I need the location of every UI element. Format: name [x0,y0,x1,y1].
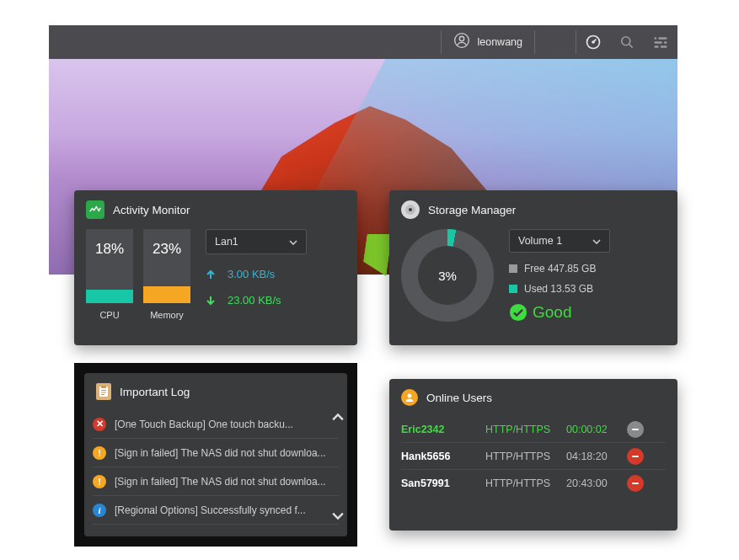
legend-free: Free 447.85 GB [509,263,666,275]
online-user-time: 04:18:20 [566,451,627,462]
log-scroll-down[interactable] [332,509,344,525]
volume-select[interactable]: Volume 1 [509,229,610,253]
upload-rate: 3.00 KB/s [206,268,345,280]
online-user-row: Eric2342HTTP/HTTPS00:00:02 [401,416,666,443]
important-log-header: Important Log [84,373,347,410]
settings-button[interactable] [644,25,677,59]
online-users-header: Online Users [389,379,677,416]
svg-rect-16 [101,390,106,391]
memory-meter: 23% Memory [143,229,190,320]
online-user-time: 20:43:00 [566,477,627,489]
online-users-widget: Online Users Eric2342HTTP/HTTPS00:00:02H… [389,379,677,531]
log-scroll-up[interactable] [332,412,344,427]
interface-select[interactable]: Lan1 [206,229,307,254]
log-text: [Sign in failed] The NAS did not shut do… [115,476,339,488]
storage-used-percent: 3% [418,246,477,305]
storage-manager-title: Storage Manager [428,204,516,216]
online-user-proto: HTTP/HTTPS [485,424,566,435]
log-text: [Regional Options] Successfully synced f… [115,504,339,516]
disconnect-button[interactable] [627,448,644,465]
clipboard-icon [96,383,111,400]
cpu-percent: 18% [86,241,133,258]
svg-rect-9 [662,40,665,44]
cpu-label: CPU [99,310,119,320]
user-menu[interactable]: leonwang [442,32,534,52]
online-user-row: Hank5656HTTP/HTTPS04:18:20 [401,443,666,470]
dashboard-button[interactable] [576,25,610,59]
activity-monitor-title: Activity Monitor [113,204,190,216]
memory-percent: 23% [143,241,190,258]
log-row[interactable]: ✕[One Touch Backup] One touch backu... [93,410,339,439]
svg-rect-15 [101,386,106,388]
info-icon: i [93,504,106,517]
online-user-name: Eric2342 [401,424,485,435]
important-log-title: Important Log [120,386,190,398]
volume-value: Volume 1 [518,235,562,247]
warn-icon: ! [93,475,106,488]
svg-rect-18 [101,394,104,395]
users-icon [401,389,418,406]
user-icon [453,32,470,52]
top-bar: leonwang [49,25,677,59]
err-icon: ✕ [93,418,106,431]
online-user-proto: HTTP/HTTPS [485,477,566,489]
important-log-widget: Important Log ✕[One Touch Backup] One to… [84,373,347,536]
log-row[interactable]: ![Sign in failed] The NAS did not shut d… [93,467,339,496]
storage-manager-header: Storage Manager [389,190,677,229]
svg-point-19 [408,394,412,398]
interface-value: Lan1 [215,236,238,248]
online-user-name: Hank5656 [401,451,485,462]
online-user-row: San57991HTTP/HTTPS20:43:00 [401,470,666,497]
cpu-meter: 18% CPU [86,229,133,320]
log-row[interactable]: i[Regional Options] Successfully synced … [93,496,339,525]
disconnect-button[interactable] [627,475,644,492]
activity-monitor-widget: Activity Monitor 18% CPU 23% Memory Lan1 [74,190,357,345]
chevron-down-icon [289,236,297,248]
download-rate: 23.00 KB/s [206,294,345,307]
svg-rect-5 [655,37,667,40]
warn-icon: ! [93,446,106,460]
log-row[interactable]: ![Sign in failed] The NAS did not shut d… [93,439,339,467]
activity-icon [86,200,104,219]
svg-rect-8 [656,36,659,40]
svg-point-13 [510,304,527,321]
memory-label: Memory [150,310,184,320]
svg-point-12 [409,208,412,211]
online-user-name: San57991 [401,477,485,489]
username: leonwang [477,36,522,48]
check-circle-icon [509,303,527,322]
chevron-down-icon [592,235,601,247]
online-user-proto: HTTP/HTTPS [485,451,566,462]
svg-point-4 [622,37,630,45]
online-users-title: Online Users [426,392,492,404]
search-button[interactable] [610,25,644,59]
storage-icon [401,200,420,219]
svg-rect-17 [101,392,106,393]
legend-used: Used 13.53 GB [509,283,666,295]
important-log-wrap: Important Log ✕[One Touch Backup] One to… [74,363,357,547]
storage-manager-widget: Storage Manager 3% Volume 1 Free 447.85 … [389,190,677,345]
activity-monitor-header: Activity Monitor [74,190,357,229]
storage-status: Good [509,303,666,322]
log-text: [One Touch Backup] One touch backu... [115,419,339,430]
disconnect-button[interactable] [627,421,644,438]
online-user-time: 00:00:02 [566,424,627,435]
svg-rect-6 [655,41,667,44]
storage-donut: 3% [401,229,494,322]
svg-point-1 [460,36,464,40]
svg-rect-10 [659,45,661,48]
log-text: [Sign in failed] The NAS did not shut do… [115,447,339,459]
svg-point-3 [592,41,594,43]
